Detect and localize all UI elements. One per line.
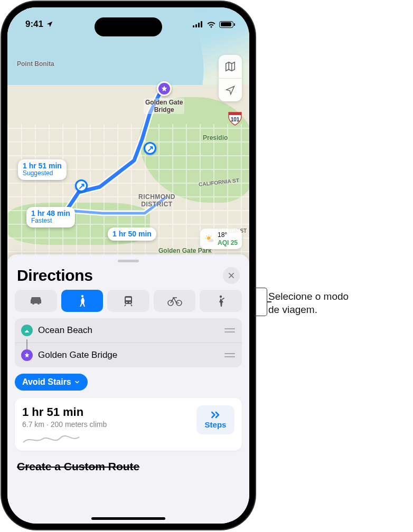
steps-button[interactable]: Steps [196,405,234,434]
map-controls [219,55,242,101]
start-pin-icon [21,325,33,336]
svg-point-14 [81,295,83,297]
route-card-time: 1 hr 51 min [22,405,191,419]
chevrons-right-icon [210,411,221,419]
svg-point-11 [208,239,213,242]
route-time: 1 hr 48 min [31,209,70,217]
sheet-grabber[interactable] [118,260,139,262]
svg-rect-2 [198,23,200,27]
place-richmond: RICHMOND DISTRICT [138,193,175,208]
weather-sun-icon [204,234,215,244]
route-bubble-suggested[interactable]: 1 hr 51 min Suggested [18,159,67,180]
screen: 9:41 [7,7,249,524]
mode-cycle[interactable] [154,290,196,312]
map-mode-button[interactable] [219,55,242,78]
weather-temp: 18° [218,231,227,239]
route-time: 1 hr 51 min [23,162,62,170]
route-tag: Fastest [31,217,70,225]
stop-to-label: Golden Gate Bridge [38,350,117,360]
route-tag: Suggested [23,170,62,177]
close-button[interactable] [223,267,240,284]
mode-drive[interactable] [15,290,57,312]
route-result-card[interactable]: 1 hr 51 min 6.7 km · 200 meters climb St… [15,398,242,451]
route-card-detail: 6.7 km · 200 meters climb [22,420,191,429]
reorder-handle-icon[interactable] [224,352,236,358]
route-stops: Ocean Beach Golden Gate Bridge [15,318,242,367]
weather-aqi: AQI 25 [218,239,238,246]
destination-pin[interactable] [157,81,172,96]
svg-point-21 [220,296,222,298]
home-indicator[interactable] [91,517,165,520]
annotation-bracket [255,288,267,316]
stop-from-label: Ocean Beach [38,325,92,336]
turn-marker: ↗ [144,142,156,155]
sheet-title: Directions [17,267,93,284]
status-time: 9:41 [25,19,43,30]
annotation-text: Selecione o modo de viagem. [268,290,349,316]
route-bubble-fastest[interactable]: 1 hr 48 min Fastest [26,207,75,227]
svg-rect-3 [201,21,202,27]
locate-me-button[interactable] [219,78,242,101]
location-services-icon [46,21,53,28]
cellular-signal-icon [193,21,203,27]
svg-rect-18 [126,298,131,300]
mode-transit[interactable] [107,290,149,312]
chevron-down-icon [74,379,80,385]
place-point-bonita: Point Bonita [17,60,54,68]
svg-text:101: 101 [231,117,240,122]
svg-point-17 [129,302,131,303]
elevation-sparkline-icon [22,433,191,444]
battery-icon [219,21,233,28]
reorder-handle-icon[interactable] [224,327,236,334]
iphone-frame: 9:41 [2,2,255,529]
annotation-line1: Selecione o modo [268,291,349,302]
route-time: 1 hr 50 min [112,230,152,238]
dynamic-island [95,17,162,36]
route-option-chip[interactable]: Avoid Stairs [15,374,88,391]
wifi-icon [207,21,216,28]
svg-rect-1 [195,24,197,27]
steps-label: Steps [205,420,227,429]
place-presidio: Presidio [203,134,228,141]
svg-line-10 [211,235,211,236]
svg-point-16 [126,302,128,303]
mode-rideshare[interactable] [200,290,242,312]
chip-label: Avoid Stairs [22,377,71,387]
mode-walk[interactable] [61,290,104,312]
svg-line-9 [207,235,207,236]
stop-from-row[interactable]: Ocean Beach [15,318,242,343]
stop-to-row[interactable]: Golden Gate Bridge [15,343,242,367]
create-custom-route[interactable]: Create a Custom Route [15,458,242,473]
route-bubble-alt[interactable]: 1 hr 50 min [108,227,156,241]
map-view[interactable]: ↗ ↗ Golden Gate Bridge 1 hr 51 min Sugge… [7,7,249,266]
weather-badge[interactable]: 18° AQI 25 [200,229,242,249]
directions-sheet: Directions [7,254,249,524]
turn-marker: ↗ [75,179,88,192]
hwy-shield-101: 101 [227,111,243,127]
end-pin-icon [21,349,33,361]
travel-mode-row [15,290,242,312]
destination-pin-label: Golden Gate Bridge [144,98,184,114]
annotation-line2: de viagem. [268,304,317,315]
svg-rect-0 [193,25,194,27]
